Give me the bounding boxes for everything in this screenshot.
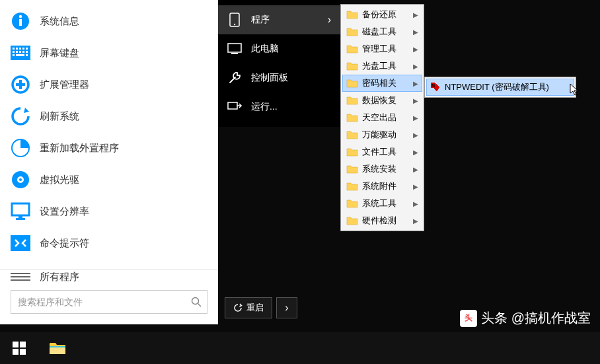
svg-rect-42 [50, 346, 65, 347]
phone-icon [227, 13, 242, 27]
folder-icon [346, 44, 358, 54]
folder-label: 密码相关 [362, 77, 413, 89]
restart-options-button[interactable]: › [276, 297, 297, 318]
svg-point-2 [19, 15, 22, 18]
folder-item[interactable]: 天空出品▶ [342, 109, 422, 126]
chevron-right-icon: ▶ [413, 114, 418, 122]
svg-rect-32 [228, 44, 241, 52]
dark-item-this-pc[interactable]: 此电脑 [218, 34, 340, 63]
folder-item[interactable]: 系统安装▶ [342, 161, 422, 178]
folder-item[interactable]: 备份还原▶ [342, 6, 422, 23]
folder-item[interactable]: 文件工具▶ [342, 143, 422, 161]
svg-rect-38 [20, 342, 26, 347]
folder-item[interactable]: 光盘工具▶ [342, 57, 422, 75]
dark-item-label: 控制面板 [251, 72, 288, 84]
chevron-right-icon: ▶ [413, 166, 418, 173]
folder-label: 文件工具 [362, 146, 413, 158]
dark-item-programs[interactable]: 程序 › [218, 5, 340, 34]
svg-rect-4 [13, 48, 15, 50]
start-menu: 系统信息 屏幕键盘 扩展管理器 刷新系统 重新加载外置程序 [0, 0, 218, 324]
menu-label: 重新加载外置程序 [40, 142, 119, 155]
chevron-right-icon: ▶ [413, 217, 418, 225]
svg-rect-27 [11, 235, 30, 251]
folder-icon [346, 216, 358, 225]
chevron-right-icon: ▶ [413, 149, 418, 156]
folder-item[interactable]: 密码相关▶ [342, 75, 422, 92]
search-input[interactable] [11, 297, 186, 307]
folder-item[interactable]: 硬件检测▶ [342, 212, 422, 229]
folder-submenu: 备份还原▶磁盘工具▶管理工具▶光盘工具▶密码相关▶数据恢复▶天空出品▶万能驱动▶… [340, 4, 424, 231]
app-item-ntpwedit[interactable]: N NTPWEDIT (密码破解工具) [426, 79, 574, 96]
folder-item[interactable]: 万能驱动▶ [342, 126, 422, 143]
svg-rect-26 [16, 218, 25, 220]
svg-rect-37 [13, 342, 19, 347]
svg-rect-19 [16, 83, 25, 86]
menu-item-reload-external[interactable]: 重新加载外置程序 [0, 132, 218, 164]
chevron-right-icon: ▶ [413, 11, 418, 18]
all-programs-row[interactable]: 所有程序 [0, 270, 218, 283]
monitor-icon [11, 201, 30, 221]
folder-icon [346, 182, 358, 191]
svg-line-29 [198, 304, 202, 307]
restart-label: 重启 [246, 302, 264, 314]
code-icon [11, 233, 30, 253]
svg-rect-10 [16, 51, 18, 53]
menu-items-list: 系统信息 屏幕键盘 扩展管理器 刷新系统 重新加载外置程序 [0, 0, 218, 264]
plus-icon [11, 75, 30, 94]
restart-row: 重启 › [225, 297, 297, 318]
menu-item-extension-manager[interactable]: 扩展管理器 [0, 69, 218, 100]
svg-rect-16 [26, 54, 28, 56]
folder-item[interactable]: 数据恢复▶ [342, 92, 422, 109]
svg-rect-6 [19, 48, 21, 50]
chevron-right-icon: › [285, 302, 288, 314]
app-label: NTPWEDIT (密码破解工具) [445, 81, 549, 93]
folder-icon [346, 199, 358, 208]
folder-label: 系统工具 [362, 198, 413, 209]
menu-item-onscreen-keyboard[interactable]: 屏幕键盘 [0, 37, 218, 69]
folder-item[interactable]: 系统工具▶ [342, 195, 422, 212]
hamburger-icon [11, 270, 30, 283]
computer-icon [227, 42, 242, 56]
folder-item[interactable]: 系统附件▶ [342, 178, 422, 195]
dark-item-label: 运行... [251, 101, 278, 113]
svg-rect-11 [19, 51, 21, 53]
folder-label: 硬件检测 [362, 215, 413, 227]
svg-point-28 [192, 298, 199, 305]
search-icon[interactable] [186, 297, 207, 307]
menu-item-resolution[interactable]: 设置分辨率 [0, 196, 218, 227]
folder-item[interactable]: 磁盘工具▶ [342, 23, 422, 40]
watermark-logo-icon: 头 [460, 310, 477, 327]
menu-item-system-info[interactable]: 系统信息 [0, 5, 218, 37]
folder-item[interactable]: 管理工具▶ [342, 40, 422, 57]
folder-icon [49, 341, 66, 355]
menu-label: 设置分辨率 [40, 205, 89, 218]
menu-item-command-prompt[interactable]: 命令提示符 [0, 227, 218, 259]
menu-item-refresh-system[interactable]: 刷新系统 [0, 100, 218, 132]
svg-rect-39 [13, 349, 19, 355]
menu-item-virtual-drive[interactable]: 虚拟光驱 [0, 164, 218, 196]
file-explorer-button[interactable] [38, 332, 77, 364]
dark-item-control-panel[interactable]: 控制面板 [218, 63, 340, 92]
search-row [0, 283, 218, 324]
chevron-right-icon: ▶ [413, 28, 418, 36]
svg-rect-34 [228, 102, 237, 109]
folder-label: 天空出品 [362, 112, 413, 124]
all-programs-label: 所有程序 [40, 271, 79, 283]
dark-item-label: 此电脑 [251, 43, 279, 55]
restart-button[interactable]: 重启 [225, 297, 272, 318]
watermark: 头 头条 @搞机作战室 [460, 309, 591, 327]
folder-icon [346, 96, 358, 105]
search-box[interactable] [11, 290, 207, 314]
start-button[interactable] [0, 332, 38, 364]
folder-label: 管理工具 [362, 43, 413, 55]
folder-icon [346, 27, 358, 36]
menu-label: 扩展管理器 [40, 79, 89, 91]
chevron-right-icon: ▶ [413, 131, 418, 139]
svg-rect-13 [26, 51, 28, 53]
chevron-right-icon: ▶ [413, 80, 418, 87]
dark-item-run[interactable]: 运行... [218, 92, 340, 122]
folder-label: 数据恢复 [362, 94, 413, 106]
pie-icon [11, 138, 30, 158]
chevron-right-icon: ▶ [413, 63, 418, 70]
svg-rect-24 [12, 203, 29, 215]
